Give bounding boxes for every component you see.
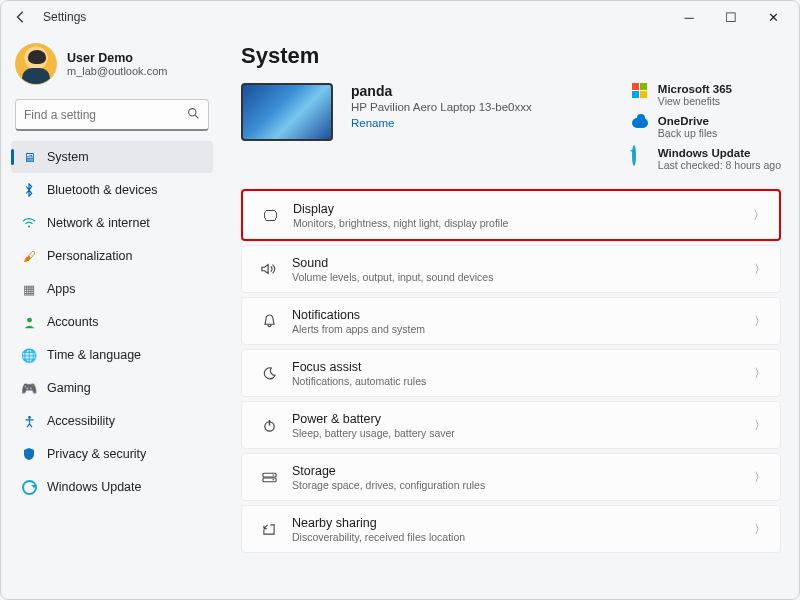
- row-nearby-sharing[interactable]: Nearby sharing Discoverability, received…: [241, 505, 781, 553]
- sidebar-item-network[interactable]: Network & internet: [11, 207, 213, 239]
- sidebar-item-system[interactable]: 🖥 System: [11, 141, 213, 173]
- row-sound[interactable]: Sound Volume levels, output, input, soun…: [241, 245, 781, 293]
- update-icon: [21, 479, 37, 495]
- chevron-right-icon: 〉: [754, 521, 766, 538]
- sidebar-item-apps[interactable]: ▦ Apps: [11, 273, 213, 305]
- search-input[interactable]: [24, 108, 187, 122]
- accessibility-icon: [21, 413, 37, 429]
- sidebar-item-label: Network & internet: [47, 216, 150, 230]
- maximize-button[interactable]: ☐: [717, 10, 745, 25]
- chevron-right-icon: 〉: [754, 365, 766, 382]
- sidebar-item-label: Time & language: [47, 348, 141, 362]
- bell-icon: [256, 314, 282, 328]
- promo-windows-update[interactable]: Windows Update Last checked: 8 hours ago: [658, 147, 781, 171]
- svg-line-1: [195, 115, 198, 118]
- wifi-icon: [21, 215, 37, 231]
- titlebar: Settings ─ ☐ ✕: [1, 1, 799, 33]
- minimize-button[interactable]: ─: [675, 10, 703, 25]
- row-storage[interactable]: Storage Storage space, drives, configura…: [241, 453, 781, 501]
- speaker-icon: [256, 262, 282, 276]
- shield-icon: [21, 446, 37, 462]
- sidebar-item-time-language[interactable]: 🌐 Time & language: [11, 339, 213, 371]
- row-focus-assist[interactable]: Focus assist Notifications, automatic ru…: [241, 349, 781, 397]
- rename-link[interactable]: Rename: [351, 117, 532, 129]
- apps-icon: ▦: [21, 281, 37, 297]
- sidebar-item-label: Privacy & security: [47, 447, 146, 461]
- globe-clock-icon: 🌐: [21, 347, 37, 363]
- sidebar-item-bluetooth[interactable]: Bluetooth & devices: [11, 174, 213, 206]
- search-icon: [187, 107, 200, 123]
- window-title: Settings: [43, 10, 86, 24]
- sidebar-item-windows-update[interactable]: Windows Update: [11, 471, 213, 503]
- chevron-right-icon: 〉: [754, 261, 766, 278]
- chevron-right-icon: 〉: [754, 469, 766, 486]
- bluetooth-icon: [21, 182, 37, 198]
- person-icon: [21, 314, 37, 330]
- device-name: panda: [351, 83, 532, 99]
- nav: 🖥 System Bluetooth & devices Network & i…: [11, 141, 213, 503]
- sidebar-item-label: Apps: [47, 282, 76, 296]
- avatar: [15, 43, 57, 85]
- user-email: m_lab@outlook.com: [67, 65, 167, 77]
- svg-point-2: [28, 225, 30, 227]
- sidebar-item-gaming[interactable]: 🎮 Gaming: [11, 372, 213, 404]
- sidebar-item-label: Bluetooth & devices: [47, 183, 158, 197]
- promo-onedrive[interactable]: OneDrive Back up files: [658, 115, 781, 139]
- promo-m365[interactable]: Microsoft 365 View benefits: [658, 83, 781, 107]
- monitor-icon: 🖵: [257, 207, 283, 224]
- row-notifications[interactable]: Notifications Alerts from apps and syste…: [241, 297, 781, 345]
- sidebar-item-label: Windows Update: [47, 480, 142, 494]
- gamepad-icon: 🎮: [21, 380, 37, 396]
- brush-icon: 🖌: [21, 248, 37, 264]
- sidebar-item-privacy[interactable]: Privacy & security: [11, 438, 213, 470]
- microsoft-365-icon: [632, 83, 648, 99]
- svg-point-9: [272, 474, 274, 476]
- svg-rect-7: [262, 473, 275, 477]
- display-icon: 🖥: [21, 149, 37, 165]
- moon-icon: [256, 367, 282, 380]
- back-button[interactable]: [9, 5, 33, 29]
- svg-point-4: [28, 415, 31, 418]
- sidebar-item-accounts[interactable]: Accounts: [11, 306, 213, 338]
- search-box[interactable]: [15, 99, 209, 131]
- row-display[interactable]: 🖵 Display Monitors, brightness, night li…: [241, 189, 781, 241]
- sidebar-item-accessibility[interactable]: Accessibility: [11, 405, 213, 437]
- device-model: HP Pavilion Aero Laptop 13-be0xxx: [351, 101, 532, 113]
- sidebar: User Demo m_lab@outlook.com 🖥 System Blu…: [1, 33, 221, 600]
- svg-rect-8: [262, 477, 275, 481]
- sidebar-item-label: Personalization: [47, 249, 132, 263]
- share-icon: [256, 523, 282, 536]
- close-button[interactable]: ✕: [759, 10, 787, 25]
- device-header: panda HP Pavilion Aero Laptop 13-be0xxx …: [241, 83, 781, 171]
- user-name: User Demo: [67, 51, 167, 65]
- chevron-right-icon: 〉: [753, 207, 765, 224]
- user-profile[interactable]: User Demo m_lab@outlook.com: [11, 39, 213, 95]
- content: System panda HP Pavilion Aero Laptop 13-…: [221, 33, 799, 600]
- onedrive-icon: [632, 115, 648, 131]
- svg-point-0: [189, 108, 196, 115]
- device-thumbnail: [241, 83, 333, 141]
- storage-icon: [256, 472, 282, 483]
- sidebar-item-label: Accounts: [47, 315, 98, 329]
- page-title: System: [241, 43, 781, 69]
- svg-point-10: [272, 479, 274, 481]
- settings-list: 🖵 Display Monitors, brightness, night li…: [241, 189, 781, 553]
- chevron-right-icon: 〉: [754, 417, 766, 434]
- row-power-battery[interactable]: Power & battery Sleep, battery usage, ba…: [241, 401, 781, 449]
- sidebar-item-label: Gaming: [47, 381, 91, 395]
- sidebar-item-label: System: [47, 150, 89, 164]
- power-icon: [256, 419, 282, 432]
- windows-update-icon: [632, 147, 648, 163]
- promo-panel: Microsoft 365 View benefits OneDrive Bac…: [632, 83, 781, 171]
- sidebar-item-label: Accessibility: [47, 414, 115, 428]
- chevron-right-icon: 〉: [754, 313, 766, 330]
- sidebar-item-personalization[interactable]: 🖌 Personalization: [11, 240, 213, 272]
- svg-point-3: [27, 317, 32, 322]
